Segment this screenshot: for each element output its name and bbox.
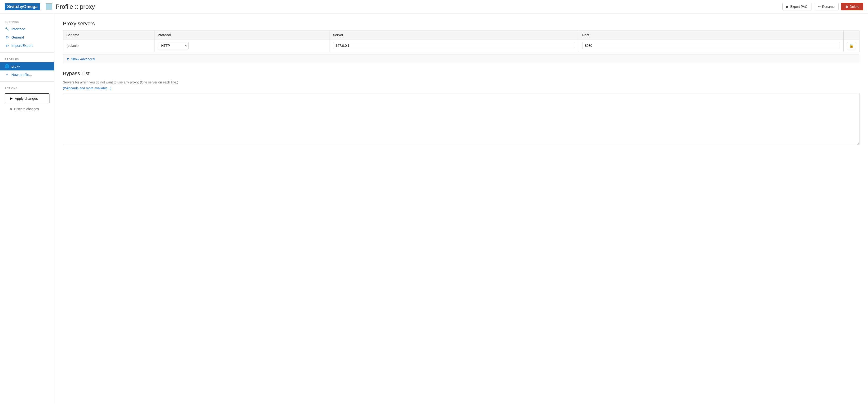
protocol-select[interactable]: HTTP HTTPS SOCKS4 SOCKS5 bbox=[158, 42, 189, 49]
globe-icon: 🌐 bbox=[5, 64, 9, 69]
header-actions: ▶ Export PAC ✏ Rename 🗑 Delete bbox=[782, 3, 864, 10]
table-header-row: Scheme Protocol Server Port bbox=[63, 31, 860, 39]
sidebar-item-import-export[interactable]: ⇄ Import/Export bbox=[0, 41, 54, 49]
lock-button[interactable]: 🔒 bbox=[847, 42, 856, 49]
wildcards-link[interactable]: (Wildcards and more available...) bbox=[63, 86, 112, 90]
discard-changes-icon: ✕ bbox=[9, 107, 12, 111]
bypass-list-section: Bypass List Servers for which you do not… bbox=[63, 70, 860, 146]
lock-cell: 🔒 bbox=[844, 39, 860, 52]
sidebar-item-new-profile[interactable]: + New profile... bbox=[0, 70, 54, 78]
plus-icon: + bbox=[5, 72, 9, 77]
sidebar-item-proxy[interactable]: 🌐 proxy bbox=[0, 62, 54, 70]
actions-section: ▶ Apply changes ✕ Discard changes bbox=[0, 91, 54, 115]
rename-button[interactable]: ✏ Rename bbox=[814, 3, 839, 10]
sidebar-item-proxy-label: proxy bbox=[11, 64, 20, 68]
delete-icon: 🗑 bbox=[845, 5, 848, 8]
export-pac-icon: ▶ bbox=[786, 5, 789, 8]
delete-button[interactable]: 🗑 Delete bbox=[841, 3, 863, 10]
chevron-down-icon: ▼ bbox=[66, 57, 69, 61]
proxy-servers-title: Proxy servers bbox=[63, 21, 860, 27]
port-cell bbox=[579, 39, 844, 52]
server-cell bbox=[330, 39, 579, 52]
col-header-port: Port bbox=[579, 31, 844, 39]
profile-color-indicator bbox=[46, 3, 52, 10]
server-input[interactable] bbox=[333, 42, 576, 49]
gear-icon: ⚙ bbox=[5, 35, 9, 39]
bypass-textarea[interactable] bbox=[63, 93, 860, 145]
col-header-protocol: Protocol bbox=[154, 31, 330, 39]
actions-section-label: ACTIONS bbox=[0, 85, 54, 91]
main-content: Proxy servers Scheme Protocol Server Por… bbox=[54, 13, 868, 403]
col-header-action bbox=[844, 31, 860, 39]
port-input[interactable] bbox=[582, 42, 840, 49]
bypass-description: Servers for which you do not want to use… bbox=[63, 80, 860, 84]
layout: SETTINGS 🔧 Interface ⚙ General ⇄ Import/… bbox=[0, 13, 868, 403]
sidebar-item-interface[interactable]: 🔧 Interface bbox=[0, 25, 54, 33]
apply-changes-icon: ▶ bbox=[10, 96, 13, 100]
bypass-list-title: Bypass List bbox=[63, 70, 860, 77]
col-header-server: Server bbox=[330, 31, 579, 39]
app-logo: SwitchyOmega bbox=[5, 3, 40, 10]
sidebar-item-general[interactable]: ⚙ General bbox=[0, 33, 54, 41]
table-row: (default) HTTP HTTPS SOCKS4 SOCKS5 bbox=[63, 39, 860, 52]
sidebar-item-interface-label: Interface bbox=[11, 27, 25, 31]
show-advanced-section: ▼ Show Advanced bbox=[63, 54, 860, 63]
sidebar-item-new-profile-label: New profile... bbox=[11, 73, 32, 77]
import-export-icon: ⇄ bbox=[5, 43, 9, 48]
show-advanced-link[interactable]: ▼ Show Advanced bbox=[66, 57, 95, 61]
settings-section-label: SETTINGS bbox=[0, 18, 54, 25]
sidebar-item-import-export-label: Import/Export bbox=[11, 43, 33, 47]
wrench-icon: 🔧 bbox=[5, 27, 9, 31]
export-pac-button[interactable]: ▶ Export PAC bbox=[782, 3, 811, 10]
page-title-wrapper: Profile :: proxy bbox=[46, 3, 782, 10]
sidebar-divider-1 bbox=[0, 53, 54, 53]
apply-changes-label: Apply changes bbox=[15, 96, 38, 100]
apply-changes-button[interactable]: ▶ Apply changes bbox=[5, 93, 50, 103]
protocol-cell: HTTP HTTPS SOCKS4 SOCKS5 bbox=[154, 39, 330, 52]
col-header-scheme: Scheme bbox=[63, 31, 154, 39]
discard-changes-button[interactable]: ✕ Discard changes bbox=[5, 105, 43, 113]
sidebar-item-general-label: General bbox=[11, 35, 24, 39]
rename-icon: ✏ bbox=[818, 5, 821, 8]
proxy-servers-table: Scheme Protocol Server Port (default) HT… bbox=[63, 31, 860, 52]
show-advanced-label: Show Advanced bbox=[71, 57, 95, 61]
header: SwitchyOmega Profile :: proxy ▶ Export P… bbox=[0, 0, 868, 13]
sidebar: SETTINGS 🔧 Interface ⚙ General ⇄ Import/… bbox=[0, 13, 54, 403]
scheme-cell: (default) bbox=[63, 39, 154, 52]
port-wrapper bbox=[582, 42, 840, 49]
discard-changes-label: Discard changes bbox=[14, 107, 39, 111]
profiles-section-label: PROFILES bbox=[0, 56, 54, 62]
page-title: Profile :: proxy bbox=[56, 3, 95, 10]
